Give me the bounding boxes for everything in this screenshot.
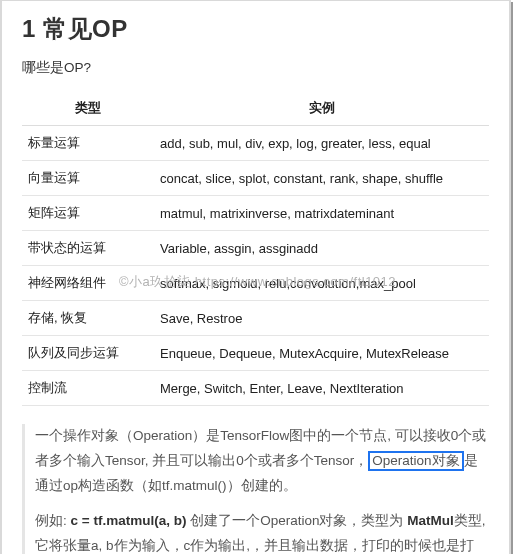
table-row: 标量运算add, sub, mul, div, exp, log, greate…	[22, 126, 489, 161]
op-table: 类型 实例 标量运算add, sub, mul, div, exp, log, …	[22, 91, 489, 406]
table-row: 控制流Merge, Switch, Enter, Leave, NextIter…	[22, 371, 489, 406]
table-row: 队列及同步运算Enqueue, Dequeue, MutexAcquire, M…	[22, 336, 489, 371]
table-row: 向量运算concat, slice, splot, constant, rank…	[22, 161, 489, 196]
col-header-type: 类型	[22, 91, 154, 126]
cell-type: 矩阵运算	[22, 196, 154, 231]
cell-type: 控制流	[22, 371, 154, 406]
cell-instance: Save, Restroe	[154, 301, 489, 336]
cell-instance: concat, slice, splot, constant, rank, sh…	[154, 161, 489, 196]
intro-text: 哪些是OP?	[22, 59, 489, 77]
cell-type: 标量运算	[22, 126, 154, 161]
highlight-operation: Operation对象	[368, 451, 463, 471]
note-paragraph-2: 例如: c = tf.matmul(a, b) 创建了一个Operation对象…	[35, 509, 487, 554]
cell-instance: softmax, sigmoid, relu,convolution,max_p…	[154, 266, 489, 301]
note-text: 创建了一个Operation对象，类型为	[190, 513, 407, 528]
table-row: 存储, 恢复Save, Restroe	[22, 301, 489, 336]
cell-instance: Merge, Switch, Enter, Leave, NextIterati…	[154, 371, 489, 406]
note-text: 例如:	[35, 513, 71, 528]
page-heading: 1 常见OP	[22, 13, 489, 45]
table-row: 带状态的运算Variable, assgin, assginadd	[22, 231, 489, 266]
table-row: 神经网络组件softmax, sigmoid, relu,convolution…	[22, 266, 489, 301]
cell-instance: add, sub, mul, div, exp, log, greater, l…	[154, 126, 489, 161]
code-sample: c = tf.matmul(a, b)	[71, 513, 191, 528]
note-paragraph-1: 一个操作对象（Operation）是TensorFlow图中的一个节点, 可以接…	[35, 424, 487, 499]
cell-instance: Enqueue, Dequeue, MutexAcquire, MutexRel…	[154, 336, 489, 371]
cell-type: 向量运算	[22, 161, 154, 196]
cell-instance: matmul, matrixinverse, matrixdateminant	[154, 196, 489, 231]
col-header-instance: 实例	[154, 91, 489, 126]
cell-instance: Variable, assgin, assginadd	[154, 231, 489, 266]
table-row: 矩阵运算matmul, matrixinverse, matrixdatemin…	[22, 196, 489, 231]
cell-type: 存储, 恢复	[22, 301, 154, 336]
class-name: MatMul	[407, 513, 454, 528]
cell-type: 带状态的运算	[22, 231, 154, 266]
cell-type: 队列及同步运算	[22, 336, 154, 371]
table-header-row: 类型 实例	[22, 91, 489, 126]
document-page: 1 常见OP 哪些是OP? 类型 实例 标量运算add, sub, mul, d…	[0, 0, 511, 554]
cell-type: 神经网络组件	[22, 266, 154, 301]
note-block: 一个操作对象（Operation）是TensorFlow图中的一个节点, 可以接…	[22, 424, 489, 554]
